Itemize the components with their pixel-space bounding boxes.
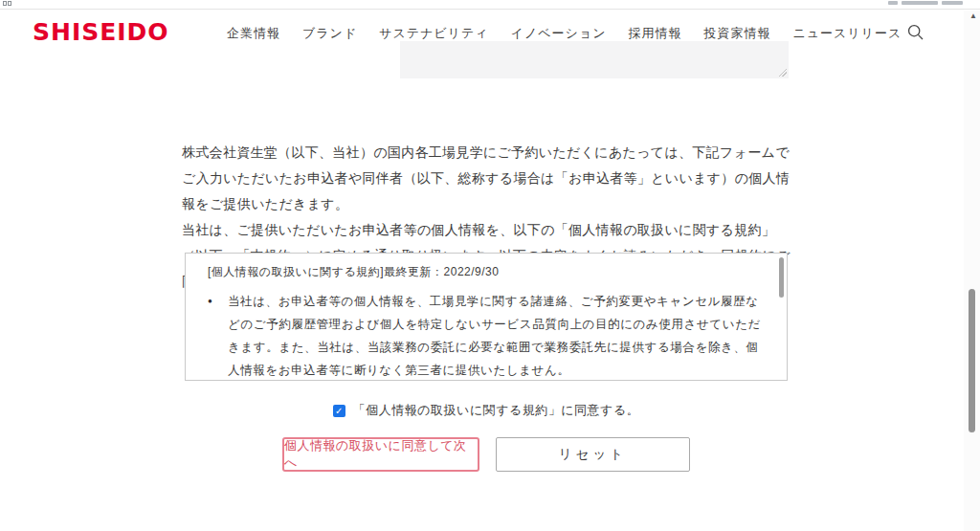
agree-next-button[interactable]: 個人情報の取扱いに同意して次へ [282,437,479,472]
shiseido-logo[interactable]: SHISEIDO [33,18,169,46]
scrollbar-up-arrow-icon[interactable]: ▲ [969,11,977,21]
agree-checkbox-label: 「個人情報の取扱いに関する規約」に同意する。 [353,402,639,419]
nav-item-sustainability[interactable]: サステナビリティ [379,25,488,42]
terms-bullet-text: 当社は、お申込者等の個人情報を、工場見学に関する諸連絡、ご予約変更やキャンセル履… [228,290,764,381]
consent-row: ✓ 「個人情報の取扱いに関する規約」に同意する。 [0,402,972,419]
bookmark-text-fragment [902,1,938,5]
terms-bullet-item: ● 当社は、お申込者等の個人情報を、工場見学に関する諸連絡、ご予約変更やキャンセ… [208,290,768,381]
browser-grid-icon [3,1,11,6]
resize-handle-icon[interactable] [778,68,787,77]
main-navigation: 企業情報 ブランド サステナビリティ イノベーション 採用情報 投資家情報 ニュ… [227,25,902,42]
comment-textarea[interactable] [400,41,789,78]
terms-scrollbox[interactable]: [個人情報の取扱いに関する規約]最終更新：2022/9/30 ● 当社は、お申込… [185,253,788,381]
agree-checkbox[interactable]: ✓ [333,405,345,417]
nav-item-investors[interactable]: 投資家情報 [703,25,770,42]
intro-paragraph-1: 株式会社資生堂（以下、当社）の国内各工場見学にご予約いただくにあたっては、下記フ… [182,140,791,217]
form-actions: 個人情報の取扱いに同意して次へ リセット [0,437,972,472]
bookmark-text-fragment [942,1,963,5]
bullet-dot-icon: ● [208,290,228,381]
reset-button[interactable]: リセット [496,437,690,472]
browser-chrome-strip [0,0,980,10]
nav-item-innovation[interactable]: イノベーション [511,25,607,42]
nav-item-news[interactable]: ニュースリリース [792,25,902,42]
terms-scrollbar-thumb[interactable] [779,257,784,298]
nav-item-careers[interactable]: 採用情報 [628,25,681,42]
terms-title: [個人情報の取扱いに関する規約]最終更新：2022/9/30 [208,262,768,281]
search-icon[interactable] [907,24,924,40]
nav-item-brands[interactable]: ブランド [302,25,357,42]
nav-item-corporate[interactable]: 企業情報 [227,25,280,42]
bookmark-favicon-fragment [888,1,898,5]
